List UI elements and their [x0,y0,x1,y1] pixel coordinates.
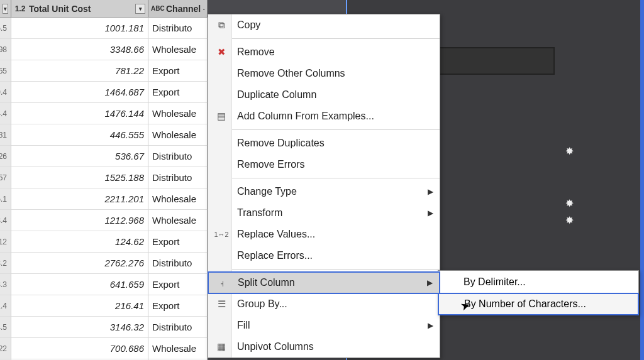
cell-total-unit-cost[interactable]: 1464.687 [11,82,148,103]
menu-label: Replace Values... [237,229,315,240]
table-row[interactable]: 5.51001.181Distributo [0,18,208,39]
cell-total-unit-cost[interactable]: 1001.181 [11,18,148,39]
cell-total-unit-cost[interactable]: 446.555 [11,124,148,146]
cell-total-unit-cost[interactable]: 781.22 [11,60,148,82]
table-row[interactable]: 412124.62Export [0,231,208,253]
cell-channel-copy[interactable]: Wholesale [148,338,208,359]
table-row[interactable]: 5.12211.201Wholesale [0,188,208,210]
cell-channel-copy[interactable]: Wholesale [148,39,208,60]
table-row[interactable]: 1571525.188Distributo [0,167,208,188]
cell-total-unit-cost[interactable]: 2762.276 [11,253,148,274]
menu-label: Group By... [237,298,287,310]
table-row[interactable]: 231446.555Wholesale [0,124,208,146]
cell-channel-copy[interactable]: Wholesale [148,103,208,124]
column-label: Total Unit Cost [26,4,135,14]
menu-fill[interactable]: Fill▶ [208,315,440,336]
chevron-down-icon[interactable]: ▾ [3,4,8,14]
submenu-arrow-icon: ▶ [428,187,433,196]
cell-channel-copy[interactable]: Export [148,82,208,103]
cell-total-unit-cost[interactable]: 641.659 [11,274,148,295]
cell-total-unit-cost[interactable]: 2211.201 [11,188,148,210]
menu-add-column-from-examples[interactable]: ▤Add Column From Examples... [208,106,440,127]
cell-total-unit-cost[interactable]: 1476.144 [11,103,148,124]
menu-change-type[interactable]: Change Type▶ [208,181,440,202]
cell-channel-copy[interactable]: Export [148,274,208,295]
cell-total-unit-cost[interactable]: 124.62 [11,231,148,253]
menu-replace-errors[interactable]: Replace Errors... [208,245,440,266]
table-row[interactable]: 9.41464.687Export [0,82,208,103]
table-row[interactable]: 4.41476.144Wholesale [0,103,208,124]
table-row[interactable]: 926536.67Distributo [0,146,208,167]
menu-split-column[interactable]: ⫞Split Column▶ [208,271,440,294]
cell-channel-copy[interactable]: Export [148,231,208,253]
cell-leading: 157 [0,167,11,188]
cell-channel-copy[interactable]: Wholesale [148,210,208,231]
submenu-arrow-icon: ▶ [427,278,433,287]
cell-leading: 4.4 [0,103,11,124]
cell-total-unit-cost[interactable]: 3348.66 [11,39,148,60]
gear-icon[interactable]: ✸ [565,145,574,157]
submenu-arrow-icon: ▶ [428,209,433,217]
menu-transform[interactable]: Transform▶ [208,202,440,224]
table-row[interactable]: 1.4216.41Export [0,295,208,317]
menu-remove-other-columns[interactable]: Remove Other Columns [208,63,440,84]
copy-icon: ⧉ [213,19,230,31]
column-header-index[interactable]: ▾ [0,0,11,17]
menu-separator [232,38,440,39]
cell-leading: 3.2 [0,253,11,274]
cell-total-unit-cost[interactable]: 1212.968 [11,210,148,231]
menu-label: Add Column From Examples... [237,111,374,122]
cell-leading: 1.4 [0,295,11,317]
cell-total-unit-cost[interactable]: 536.67 [11,146,148,167]
chevron-down-icon[interactable]: ▾ [135,4,145,14]
menu-unpivot-columns[interactable]: ▦Unpivot Columns [208,336,440,357]
cell-channel-copy[interactable]: Distributo [148,253,208,274]
cell-channel-copy[interactable]: Export [148,295,208,317]
table-row[interactable]: 3.22762.276Distributo [0,253,208,274]
menu-label: Duplicate Column [237,89,316,101]
cell-leading: 755 [0,60,11,82]
cell-channel-copy[interactable]: Distributo [148,18,208,39]
column-context-menu: ⧉Copy ✖Remove Remove Other Columns Dupli… [208,14,440,358]
cell-leading: 231 [0,124,11,146]
cell-channel-copy[interactable]: Distributo [148,317,208,338]
table-row[interactable]: 5983348.66Wholesale [0,39,208,60]
table-row[interactable]: 122700.686Wholesale [0,338,208,359]
unpivot-icon: ▦ [213,341,230,352]
split-column-icon: ⫞ [214,278,230,288]
submenu-by-delimiter[interactable]: By Delimiter... [438,271,638,293]
table-row[interactable]: 755781.22Export [0,60,208,82]
cell-total-unit-cost[interactable]: 3146.32 [11,317,148,338]
cell-total-unit-cost[interactable]: 1525.188 [11,167,148,188]
datatype-text-icon: ABC [151,5,164,12]
cell-total-unit-cost[interactable]: 700.686 [11,338,148,359]
menu-label: By Delimiter... [464,276,526,288]
submenu-by-number-of-characters[interactable]: By Number of Characters... [438,293,639,315]
menu-separator [232,269,440,270]
cell-channel-copy[interactable]: Wholesale [148,124,208,146]
table-row[interactable]: 4.53146.32Distributo [0,317,208,338]
table-row[interactable]: 3.3641.659Export [0,274,208,295]
gear-icon[interactable]: ✸ [565,197,574,209]
cell-total-unit-cost[interactable]: 216.41 [11,295,148,317]
menu-label: Change Type [237,186,297,197]
column-header-channel-copy[interactable]: ABC Channel - Copy [148,0,208,17]
gear-icon[interactable]: ✸ [565,214,574,226]
cell-channel-copy[interactable]: Export [148,60,208,82]
menu-remove-errors[interactable]: Remove Errors [208,154,440,175]
cell-leading: 5.1 [0,188,11,210]
menu-label: By Number of Characters... [464,298,586,310]
column-header-total-unit-cost[interactable]: 1.2 Total Unit Cost ▾ [11,0,148,17]
cell-channel-copy[interactable]: Distributo [148,167,208,188]
cell-channel-copy[interactable]: Distributo [148,146,208,167]
cell-leading: 122 [0,338,11,359]
table-row[interactable]: 8.41212.968Wholesale [0,210,208,231]
menu-remove[interactable]: ✖Remove [208,41,440,63]
menu-copy[interactable]: ⧉Copy [208,14,440,36]
menu-group-by[interactable]: ☰Group By... [208,293,440,315]
menu-remove-duplicates[interactable]: Remove Duplicates [208,133,440,154]
menu-duplicate-column[interactable]: Duplicate Column [208,84,440,106]
cell-channel-copy[interactable]: Wholesale [148,188,208,210]
cell-leading: 8.4 [0,210,11,231]
menu-replace-values[interactable]: 1↔2Replace Values... [208,224,440,245]
